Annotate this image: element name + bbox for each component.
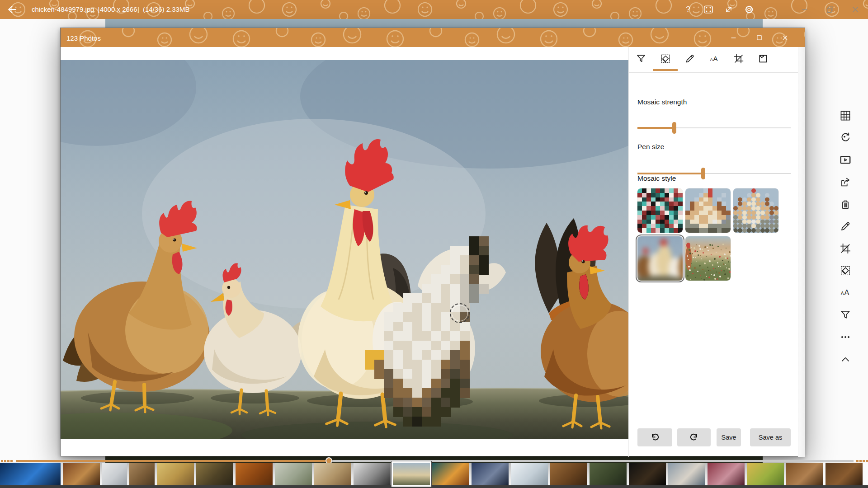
filmstrip-thumb-yawning-cat[interactable] xyxy=(236,463,273,485)
filmstrip-thumb-husky[interactable] xyxy=(668,463,705,485)
svg-text:A: A xyxy=(710,57,713,62)
side-text-icon[interactable]: AA xyxy=(840,287,851,299)
filmstrip-thumb-corgi[interactable] xyxy=(747,463,784,485)
editor-close-button[interactable] xyxy=(772,28,798,47)
help-icon[interactable]: ? xyxy=(681,3,695,16)
tab-crop[interactable] xyxy=(733,53,744,64)
filmstrip-thumb-chickens-current[interactable] xyxy=(393,463,430,485)
viewer-side-toolbar: AA xyxy=(840,110,853,365)
tab-pen[interactable] xyxy=(684,53,695,64)
svg-text:A: A xyxy=(713,55,718,62)
filmstrip-thumb-bw-street-cat[interactable] xyxy=(354,463,391,485)
mosaic-brush-cursor xyxy=(450,303,470,323)
fit-icon[interactable] xyxy=(701,3,716,16)
filename-title: chicken-4849979.jpg [4000 x 2666] (14/36… xyxy=(32,0,189,19)
tab-filter[interactable] xyxy=(636,53,646,64)
close-button[interactable] xyxy=(843,0,868,19)
tab-text[interactable]: AA xyxy=(709,53,720,64)
panel-scroll-lane xyxy=(798,47,805,457)
filmstrip-thumb-wreath-dogs[interactable] xyxy=(708,463,745,485)
filmstrip-thumb-tabby-cat[interactable] xyxy=(129,463,155,485)
filmstrip-thumb-puppies-black[interactable] xyxy=(629,463,666,485)
filmstrip-right-dashes[interactable] xyxy=(866,460,868,462)
side-crop-icon[interactable] xyxy=(840,243,851,254)
filmstrip-thumb-white-kitten[interactable] xyxy=(102,463,127,485)
filmstrip-thumb-blue-bokeh[interactable] xyxy=(0,463,61,485)
side-mosaic-icon[interactable] xyxy=(840,265,851,277)
side-filter-icon[interactable] xyxy=(840,309,851,321)
tab-frame[interactable] xyxy=(758,53,769,64)
filmstrip-bottom-bar xyxy=(0,485,868,488)
back-button[interactable] xyxy=(6,4,18,15)
svg-text:A: A xyxy=(844,288,849,296)
restore-button[interactable] xyxy=(817,0,843,19)
filmstrip-thumb-shelf-cat[interactable] xyxy=(157,463,194,485)
side-collapse-icon[interactable] xyxy=(840,353,851,365)
editor-minimize-button[interactable] xyxy=(721,28,746,47)
filmstrip-left-dashes[interactable] xyxy=(4,460,6,462)
tool-tabs: AA xyxy=(636,53,769,64)
svg-text:A: A xyxy=(841,291,844,296)
filmstrip-thumb-sunset-kids[interactable] xyxy=(432,463,469,485)
filmstrip-thumb-hay-kittens[interactable] xyxy=(196,463,233,485)
save-as-button[interactable]: Save as xyxy=(750,428,791,446)
mosaic-style-spray[interactable] xyxy=(685,236,731,281)
filmstrip-left-dashes[interactable] xyxy=(1,460,3,462)
side-slideshow-icon[interactable] xyxy=(840,154,851,166)
filmstrip-thumb-tan-cat[interactable] xyxy=(314,463,351,485)
filmstrip-thumb-shaggy-dog[interactable] xyxy=(590,463,627,485)
mosaic-style-pixelate[interactable] xyxy=(685,188,731,233)
side-share-icon[interactable] xyxy=(840,176,851,188)
photo-canvas[interactable] xyxy=(61,60,628,439)
back-arrow-icon xyxy=(6,4,18,15)
side-rotate-icon[interactable] xyxy=(840,132,851,144)
smiley-pattern xyxy=(61,28,805,47)
undo-button[interactable] xyxy=(637,428,672,446)
mosaic-strength-label: Mosaic strength xyxy=(637,98,687,106)
filmstrip-thumb-mastiff[interactable] xyxy=(550,463,587,485)
filmstrip-thumb-siamese-cat[interactable] xyxy=(472,463,509,485)
settings-icon[interactable] xyxy=(742,3,756,16)
help-label: ? xyxy=(686,5,690,14)
filmstrip-scroll-progress xyxy=(16,460,329,462)
filmstrip-thumb-snow-dog[interactable] xyxy=(511,463,548,485)
mosaic-strength-slider[interactable] xyxy=(637,122,791,134)
editor-window-title: 123 Photos xyxy=(66,28,101,47)
minimize-button[interactable] xyxy=(792,0,817,19)
filmstrip-left-dashes[interactable] xyxy=(10,460,13,462)
filmstrip-right-dashes[interactable] xyxy=(856,460,859,462)
mosaic-style-label: Mosaic style xyxy=(637,174,676,183)
side-more-icon[interactable] xyxy=(840,331,851,343)
side-pen-icon[interactable] xyxy=(840,221,851,232)
filmstrip-left-dashes[interactable] xyxy=(7,460,9,462)
editor-titlebar[interactable]: 123 Photos xyxy=(61,28,805,47)
slider-thumb[interactable] xyxy=(701,168,705,179)
filmstrip-right-dashes[interactable] xyxy=(863,460,865,462)
filmstrip-thumb-dog-edge[interactable] xyxy=(826,463,863,485)
slider-fill xyxy=(637,127,674,129)
filmstrip-thumb-barn-dogs[interactable] xyxy=(63,463,100,485)
filmstrip-right-dashes[interactable] xyxy=(859,460,862,462)
chicken-photo xyxy=(61,60,628,439)
filmstrip xyxy=(0,458,868,488)
filmstrip-thumbnails xyxy=(0,463,868,485)
side-trash-icon[interactable] xyxy=(840,198,851,210)
mosaic-style-dot-mosaic[interactable] xyxy=(733,188,778,233)
redo-button[interactable] xyxy=(677,428,711,446)
app-topbar: chicken-4849979.jpg [4000 x 2666] (14/36… xyxy=(0,0,868,19)
editor-window: 123 Photos xyxy=(60,28,805,456)
mosaic-style-blur[interactable] xyxy=(637,236,683,281)
active-tab-underline xyxy=(653,69,678,71)
side-grid-icon[interactable] xyxy=(840,110,851,122)
pen-size-label: Pen size xyxy=(637,143,664,151)
tabs-separator xyxy=(629,72,798,73)
editor-panel: AA Mosaic strength Pen size Mosaic style… xyxy=(628,47,805,457)
tab-mosaic[interactable] xyxy=(660,53,671,64)
slider-thumb[interactable] xyxy=(672,122,676,134)
filmstrip-thumb-brown-dog[interactable] xyxy=(786,463,823,485)
save-button[interactable]: Save xyxy=(717,428,741,446)
filmstrip-thumb-bench-cat[interactable] xyxy=(275,463,312,485)
editor-maximize-button[interactable] xyxy=(746,28,772,47)
mosaic-style-random-color-mosaic[interactable] xyxy=(637,188,683,233)
resize-icon[interactable] xyxy=(722,3,736,16)
